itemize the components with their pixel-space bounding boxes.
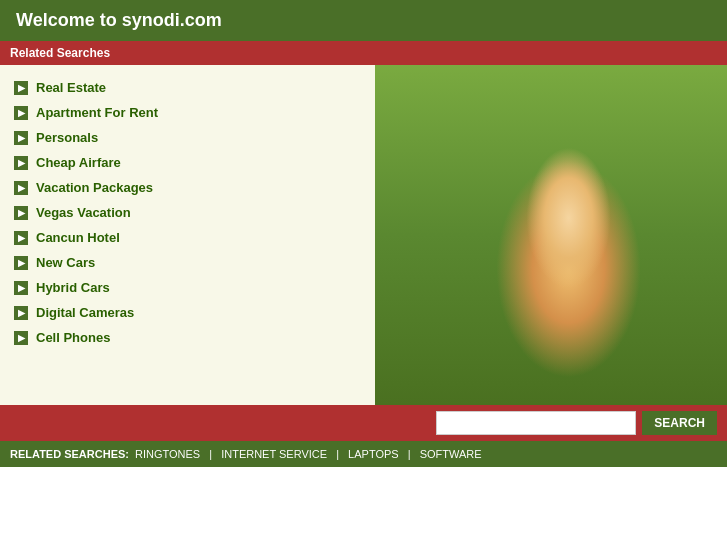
list-item-label: Real Estate — [36, 80, 106, 95]
arrow-icon: ▶ — [14, 181, 28, 195]
list-item-label: Hybrid Cars — [36, 280, 110, 295]
arrow-icon: ▶ — [14, 256, 28, 270]
search-bar: SEARCH — [0, 405, 727, 441]
arrow-icon: ▶ — [14, 81, 28, 95]
list-item[interactable]: ▶Vacation Packages — [10, 175, 365, 200]
list-item[interactable]: ▶Cancun Hotel — [10, 225, 365, 250]
search-button[interactable]: SEARCH — [642, 411, 717, 435]
list-item[interactable]: ▶Digital Cameras — [10, 300, 365, 325]
list-item[interactable]: ▶Apartment For Rent — [10, 100, 365, 125]
arrow-icon: ▶ — [14, 331, 28, 345]
search-input[interactable] — [436, 411, 636, 435]
list-item[interactable]: ▶New Cars — [10, 250, 365, 275]
footer-link[interactable]: RINGTONES — [135, 448, 200, 460]
site-header: Welcome to synodi.com — [0, 0, 727, 41]
arrow-icon: ▶ — [14, 206, 28, 220]
arrow-icon: ▶ — [14, 131, 28, 145]
list-item[interactable]: ▶Personals — [10, 125, 365, 150]
footer-link[interactable]: SOFTWARE — [420, 448, 482, 460]
list-item[interactable]: ▶Vegas Vacation — [10, 200, 365, 225]
search-items-list: ▶Real Estate▶Apartment For Rent▶Personal… — [10, 75, 365, 350]
list-item-label: Personals — [36, 130, 98, 145]
list-item[interactable]: ▶Cell Phones — [10, 325, 365, 350]
header-title: Welcome to synodi.com — [16, 10, 222, 30]
arrow-icon: ▶ — [14, 281, 28, 295]
list-item-label: Cheap Airfare — [36, 155, 121, 170]
list-item-label: Digital Cameras — [36, 305, 134, 320]
footer-divider: | — [206, 448, 215, 460]
list-item[interactable]: ▶Hybrid Cars — [10, 275, 365, 300]
list-item-label: Vegas Vacation — [36, 205, 131, 220]
left-panel: ▶Real Estate▶Apartment For Rent▶Personal… — [0, 65, 375, 405]
arrow-icon: ▶ — [14, 306, 28, 320]
list-item[interactable]: ▶Cheap Airfare — [10, 150, 365, 175]
list-item-label: Vacation Packages — [36, 180, 153, 195]
main-content: ▶Real Estate▶Apartment For Rent▶Personal… — [0, 65, 727, 405]
footer-label: RELATED SEARCHES: — [10, 448, 129, 460]
arrow-icon: ▶ — [14, 231, 28, 245]
list-item[interactable]: ▶Real Estate — [10, 75, 365, 100]
footer-links: RINGTONES | INTERNET SERVICE | LAPTOPS |… — [135, 448, 482, 460]
related-searches-bar: Related Searches — [0, 41, 727, 65]
related-bar-label: Related Searches — [10, 46, 110, 60]
list-item-label: Apartment For Rent — [36, 105, 158, 120]
image-placeholder — [375, 65, 727, 405]
list-item-label: New Cars — [36, 255, 95, 270]
list-item-label: Cell Phones — [36, 330, 110, 345]
footer-divider: | — [333, 448, 342, 460]
footer-bar: RELATED SEARCHES: RINGTONES | INTERNET S… — [0, 441, 727, 467]
footer-link[interactable]: LAPTOPS — [348, 448, 399, 460]
footer-link[interactable]: INTERNET SERVICE — [221, 448, 327, 460]
list-item-label: Cancun Hotel — [36, 230, 120, 245]
hero-image — [375, 65, 727, 405]
arrow-icon: ▶ — [14, 106, 28, 120]
footer-divider: | — [405, 448, 414, 460]
arrow-icon: ▶ — [14, 156, 28, 170]
